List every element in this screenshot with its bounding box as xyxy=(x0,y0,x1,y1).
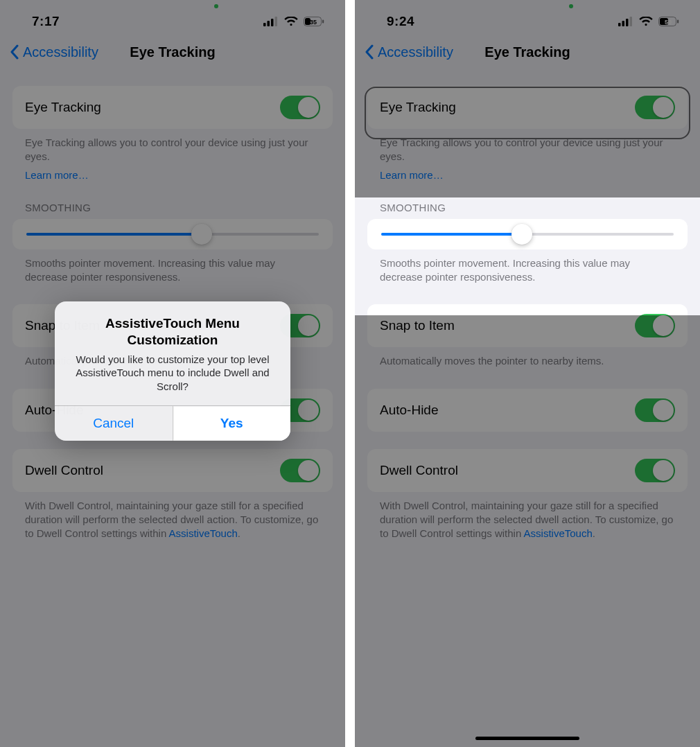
smoothing-slider[interactable] xyxy=(381,233,674,236)
smoothing-desc: Smooths pointer movement. Increasing thi… xyxy=(367,249,688,288)
smoothing-slider-cell xyxy=(367,219,688,249)
alert-dialog: AssistiveTouch Menu Customization Would … xyxy=(55,301,290,441)
phone-left: 7:17 35 Accessibility Eye Tracking xyxy=(0,0,345,747)
home-indicator[interactable] xyxy=(475,737,579,740)
slider-fill xyxy=(381,233,522,236)
slider-thumb-icon[interactable] xyxy=(511,224,532,245)
alert-title: AssistiveTouch Menu Customization xyxy=(70,315,275,349)
alert-message: Would you like to customize your top lev… xyxy=(70,353,275,394)
dim-region-upper xyxy=(355,0,700,197)
dim-region-lower xyxy=(355,315,700,747)
alert-confirm-button[interactable]: Yes xyxy=(173,406,291,441)
phone-right: 9:24 50 Accessibility Eye Tracking xyxy=(355,0,700,747)
alert-cancel-button[interactable]: Cancel xyxy=(55,406,173,441)
